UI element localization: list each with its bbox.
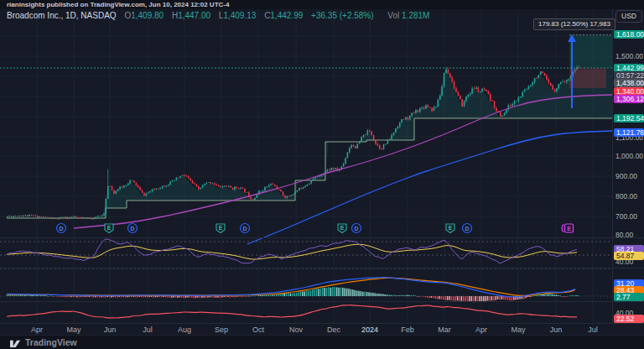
earnings-badge[interactable]: E — [338, 224, 346, 233]
rsi-ma-value-label: 54.87 — [614, 252, 644, 260]
earnings-badge[interactable]: E — [446, 224, 454, 233]
chart-canvas[interactable]: DEDEDEDEDE — [0, 0, 644, 349]
ma-blue-value-label: 1,121.76 — [614, 128, 644, 137]
svg-text:E: E — [567, 226, 571, 232]
adx-line — [7, 305, 577, 318]
event-badges: DEDEDEDEDE — [57, 224, 574, 233]
ma-purple-value-label: 1,306.12 — [614, 95, 644, 103]
earnings-badge[interactable]: E — [105, 224, 113, 233]
footer-bar: TradingView — [0, 335, 644, 349]
open-label: O — [124, 11, 131, 20]
price-tick: 80.00 — [615, 232, 633, 239]
position-tool-tooltip: 179.83 (12.50%) 17,983 — [533, 18, 615, 30]
price-tick: 1,000.00 — [615, 153, 643, 160]
open-value: 1,409.80 — [131, 11, 164, 20]
earnings-badge[interactable]: E — [216, 224, 225, 233]
brand-label[interactable]: TradingView — [25, 337, 77, 347]
publish-bar: rianinsights published on TradingView.co… — [0, 0, 644, 9]
symbol-title[interactable]: Broadcom Inc., 1D, NASDAQ — [7, 11, 117, 20]
svg-text:D: D — [354, 226, 358, 232]
change-value: +36.35 (+2.58%) — [311, 11, 374, 20]
time-tick-aug: Aug — [178, 326, 191, 334]
dividend-badge[interactable]: D — [241, 224, 250, 233]
high-value: 1,447.00 — [178, 11, 210, 20]
currency-toggle-button[interactable]: USD — [615, 10, 642, 23]
time-tick-nov: Nov — [289, 326, 303, 334]
time-tick-apr: Apr — [475, 326, 487, 334]
volume-label: Vol — [387, 11, 399, 20]
gridlines — [0, 8, 612, 324]
stop-price-label: 1,340.00 — [614, 87, 644, 96]
price-tick: 900.00 — [615, 173, 637, 180]
time-tick-2024: 2024 — [361, 326, 378, 334]
tradingview-logo-icon[interactable] — [10, 337, 21, 348]
time-tick-may: May — [66, 326, 80, 334]
svg-text:E: E — [107, 225, 112, 231]
pane-separators — [0, 8, 644, 324]
band-value-label: 1,192.54 — [614, 114, 644, 122]
time-tick-dec: Dec — [327, 326, 340, 334]
svg-text:D: D — [130, 226, 134, 232]
price-tick: 1,500.00 — [615, 53, 643, 60]
svg-text:E: E — [219, 225, 223, 231]
time-tick-sep: Sep — [215, 326, 228, 334]
prev-high-label: 1,438.00 — [614, 79, 644, 87]
tradingview-chart-screenshot: DEDEDEDEDE rianinsights published on Tra… — [0, 0, 644, 349]
adx-value-label: 22.52 — [614, 315, 644, 323]
rsi-lines — [7, 239, 577, 263]
dividend-badge[interactable]: D — [352, 224, 361, 233]
time-tick-mar: Mar — [438, 326, 451, 334]
price-tick: 800.00 — [615, 193, 637, 201]
time-tick-jul: Jul — [143, 326, 153, 334]
time-tick-jul: Jul — [588, 326, 598, 334]
time-tick-jun: Jun — [104, 326, 117, 334]
support-band — [7, 69, 612, 218]
dividend-badge[interactable]: D — [57, 224, 66, 233]
time-tick-oct: Oct — [252, 326, 264, 334]
svg-text:D: D — [242, 226, 247, 232]
price-tick: 700.00 — [615, 213, 637, 221]
svg-text:D: D — [59, 226, 63, 232]
close-value: 1,442.99 — [270, 11, 303, 20]
macd-hist-value-label: 2.77 — [614, 293, 644, 301]
dividend-badge[interactable]: D — [128, 224, 138, 233]
volume-value: 1.281M — [402, 11, 429, 20]
target-price-label: 1,618.00 — [614, 30, 644, 39]
time-tick-may: May — [511, 326, 525, 334]
time-tick-apr: Apr — [31, 326, 43, 334]
low-value: 1,409.13 — [223, 11, 256, 20]
svg-text:E: E — [340, 225, 345, 231]
svg-text:E: E — [449, 225, 453, 231]
time-tick-jun: Jun — [550, 326, 563, 334]
dividend-badge[interactable]: D — [463, 224, 472, 233]
symbol-legend-row: Broadcom Inc., 1D, NASDAQ O1,409.80 H1,4… — [7, 11, 429, 20]
svg-text:D: D — [465, 226, 469, 232]
upcoming-earnings-badge[interactable]: E — [562, 224, 574, 232]
time-tick-feb: Feb — [401, 326, 414, 334]
publish-line: rianinsights published on TradingView.co… — [7, 1, 229, 8]
